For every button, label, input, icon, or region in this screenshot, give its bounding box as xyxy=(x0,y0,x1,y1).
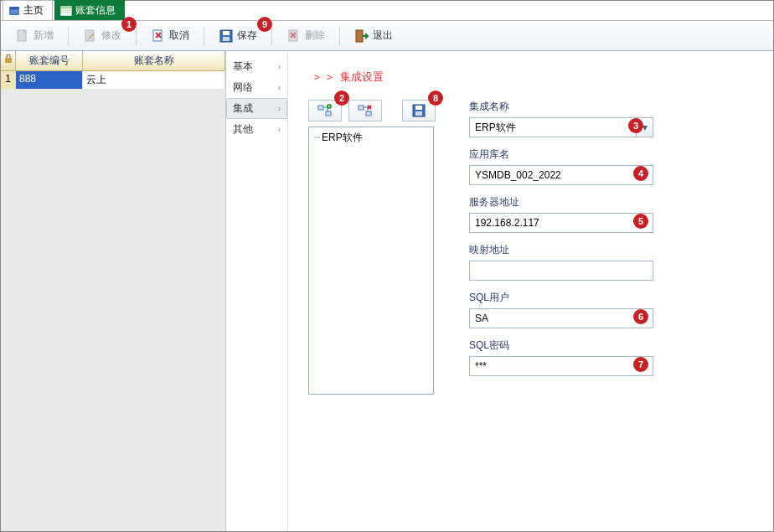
cancel-icon xyxy=(151,28,166,44)
toolbar-sep xyxy=(339,27,340,45)
label-app-db: 应用库名 xyxy=(469,147,670,162)
edit-label: 修改 xyxy=(101,28,121,43)
svg-rect-1 xyxy=(10,7,19,9)
label-server-addr: 服务器地址 xyxy=(469,195,670,209)
grid-header-num[interactable]: 账套编号 xyxy=(16,51,83,70)
integration-name-value: ERP软件 xyxy=(475,121,516,135)
remove-node-button[interactable] xyxy=(348,100,382,121)
sidenav-item-integration[interactable]: 集成 › xyxy=(226,98,287,119)
sql-user-input[interactable] xyxy=(469,308,653,328)
badge-5: 5 xyxy=(633,214,648,229)
svg-rect-15 xyxy=(5,58,12,63)
chevron-right-icon: › xyxy=(278,104,281,113)
svg-rect-19 xyxy=(359,106,364,110)
chevron-right-icon: › xyxy=(278,83,281,92)
sidenav-label: 其他 xyxy=(233,122,253,137)
badge-2: 2 xyxy=(334,90,349,106)
integration-name-select[interactable]: ERP软件 ▾ xyxy=(469,117,653,137)
toolbar-sep xyxy=(271,27,272,45)
sidenav-item-network[interactable]: 网络 › xyxy=(226,77,287,98)
map-addr-input[interactable] xyxy=(469,261,653,281)
grid-row-num: 888 xyxy=(16,71,83,89)
left-grid-panel: 账套编号 账套名称 1 888 云上 xyxy=(1,51,226,531)
app-db-input[interactable] xyxy=(469,165,653,185)
grid-header: 账套编号 账套名称 xyxy=(1,51,225,71)
cancel-button[interactable]: 取消 xyxy=(142,24,199,48)
exit-button[interactable]: 退出 xyxy=(345,24,402,48)
svg-rect-3 xyxy=(61,6,71,8)
app-window: 主页 账套信息 新增 修改 1 取消 保存 9 xyxy=(0,0,774,532)
field-sql-pwd: SQL密码 7 xyxy=(469,338,670,376)
field-server-addr: 服务器地址 5 xyxy=(469,195,670,233)
edit-button[interactable]: 修改 1 xyxy=(74,24,131,48)
toolbar: 新增 修改 1 取消 保存 9 删除 退出 xyxy=(1,21,773,51)
home-tab-icon xyxy=(8,5,20,17)
grid-header-lock xyxy=(1,51,16,70)
sidenav-label: 基本 xyxy=(233,59,253,74)
sidenav-label: 网络 xyxy=(233,80,253,95)
mini-toolbar: 2 8 xyxy=(308,100,436,121)
save-button[interactable]: 保存 9 xyxy=(209,24,266,48)
field-sql-user: SQL用户 6 xyxy=(469,291,670,328)
tab-account-info[interactable]: 账套信息 xyxy=(54,0,125,20)
field-app-db: 应用库名 4 xyxy=(469,147,670,185)
account-tab-icon xyxy=(60,5,72,17)
svg-rect-14 xyxy=(356,30,363,42)
label-map-addr: 映射地址 xyxy=(469,243,670,257)
sql-pwd-input[interactable] xyxy=(469,356,653,376)
content-area: ＞＞集成设置 2 8 xyxy=(288,51,773,531)
toolbar-sep xyxy=(68,27,69,45)
grid-row-index: 1 xyxy=(1,71,16,89)
chevron-right-icon: › xyxy=(278,62,281,71)
svg-rect-12 xyxy=(223,37,230,41)
tree-node[interactable]: ERP软件 xyxy=(314,131,428,145)
delete-button[interactable]: 删除 xyxy=(277,24,334,48)
main-body: 账套编号 账套名称 1 888 云上 基本 › 网络 › 集成 › xyxy=(1,51,773,531)
save-node-button[interactable]: 8 xyxy=(402,100,436,121)
save-icon xyxy=(219,28,234,44)
svg-rect-16 xyxy=(318,106,323,110)
toolbar-sep xyxy=(136,27,137,45)
server-addr-input[interactable] xyxy=(469,213,653,233)
svg-rect-23 xyxy=(415,111,422,116)
exit-icon xyxy=(354,28,369,44)
grid-header-name[interactable]: 账套名称 xyxy=(83,51,225,70)
tab-bar: 主页 账套信息 xyxy=(1,1,773,21)
crumb-arrows: ＞＞ xyxy=(312,70,337,83)
tab-account-label: 账套信息 xyxy=(75,3,116,18)
badge-4: 4 xyxy=(633,166,648,181)
new-button[interactable]: 新增 xyxy=(6,24,63,48)
crumb-text: 集成设置 xyxy=(340,70,384,83)
sidenav-item-basic[interactable]: 基本 › xyxy=(226,56,287,77)
save-label: 保存 xyxy=(237,28,257,43)
exit-label: 退出 xyxy=(373,28,393,43)
edit-icon xyxy=(83,28,98,44)
tab-home[interactable]: 主页 xyxy=(3,0,53,20)
field-map-addr: 映射地址 xyxy=(469,243,670,281)
new-label: 新增 xyxy=(34,28,54,43)
tree-column: 2 8 ERP软件 xyxy=(308,100,436,395)
badge-6: 6 xyxy=(633,309,648,324)
add-node-button[interactable]: 2 xyxy=(308,100,342,121)
badge-7: 7 xyxy=(633,357,648,372)
grid-row[interactable]: 1 888 云上 xyxy=(1,71,225,90)
save-node-icon xyxy=(412,104,426,117)
field-integration-name: 集成名称 ERP软件 ▾ 3 xyxy=(469,100,670,137)
remove-node-icon xyxy=(358,104,373,117)
delete-label: 删除 xyxy=(305,28,325,43)
svg-rect-20 xyxy=(366,111,371,116)
badge-3: 3 xyxy=(628,118,643,133)
side-nav: 基本 › 网络 › 集成 › 其他 › xyxy=(226,51,288,531)
badge-9: 9 xyxy=(257,17,272,32)
badge-1: 1 xyxy=(121,17,137,32)
delete-icon xyxy=(286,28,302,44)
label-sql-pwd: SQL密码 xyxy=(469,338,670,353)
new-icon xyxy=(15,28,30,44)
grid-row-name: 云上 xyxy=(83,71,225,89)
svg-rect-11 xyxy=(223,31,230,35)
tab-home-label: 主页 xyxy=(23,3,44,18)
sidenav-item-other[interactable]: 其他 › xyxy=(226,119,287,140)
integration-tree[interactable]: ERP软件 xyxy=(308,127,434,395)
chevron-right-icon: › xyxy=(278,125,281,134)
sidenav-label: 集成 xyxy=(233,101,253,116)
